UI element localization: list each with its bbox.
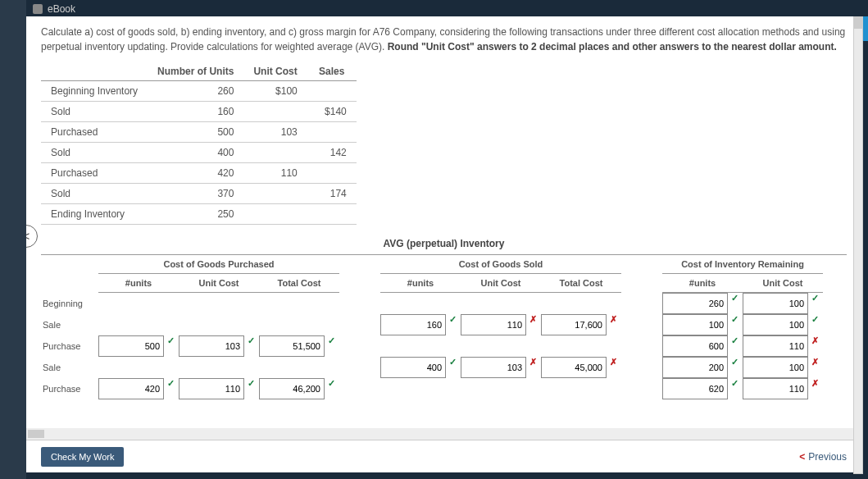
vertical-scrollbar[interactable] [853,16,863,474]
input-unitcost[interactable] [179,335,244,357]
footer-bar: Check My Work < Previous [26,440,861,472]
row-sale: Sale [41,357,98,378]
check-icon: ✓ [808,314,823,335]
col-sales: Sales [307,62,357,81]
check-icon: ✓ [728,335,743,357]
previous-button[interactable]: < Previous [799,451,847,463]
problem-text: Calculate a) cost of goods sold, b) endi… [41,25,847,54]
table-row: Beginning Inventory260$100 [41,81,357,102]
input-total[interactable] [541,357,607,378]
table-row: Sold400142 [41,143,357,163]
book-icon [33,4,43,14]
check-icon: ✓ [446,314,461,335]
chevron-left-icon: < [26,230,30,243]
x-icon: ✗ [526,314,541,335]
input-total[interactable] [259,378,325,399]
chevron-left-icon: < [799,451,805,463]
input-units[interactable] [662,378,728,399]
check-icon: ✓ [325,378,339,399]
group-sold: Cost of Goods Sold [380,255,621,274]
check-icon: ✓ [728,357,743,378]
group-purchased: Cost of Goods Purchased [98,255,339,274]
col-unitcost: Unit Cost [243,62,307,81]
check-icon: ✓ [728,378,743,399]
tab-label: eBook [48,3,75,15]
input-unitcost[interactable] [461,357,526,378]
avg-grid: Cost of Goods Purchased Cost of Goods So… [41,255,847,399]
input-total[interactable] [259,335,325,357]
avg-title: AVG (perpetual) Inventory [41,233,847,255]
table-row: Purchased500103 [41,122,357,143]
check-icon: ✓ [728,314,743,335]
x-icon: ✗ [607,314,621,335]
input-unitcost[interactable] [743,378,808,399]
col-units: Number of Units [148,62,243,81]
input-units[interactable] [380,314,446,335]
check-icon: ✓ [446,357,461,378]
input-units[interactable] [380,357,446,378]
table-row: Sold160$140 [41,102,357,122]
input-unitcost[interactable] [461,314,526,335]
check-icon: ✓ [325,335,339,357]
problem-bold: Round "Unit Cost" answers to 2 decimal p… [388,41,837,52]
input-units[interactable] [662,357,728,378]
check-icon: ✓ [164,335,179,357]
row-beginning: Beginning [41,293,98,314]
transactions-table: Number of Units Unit Cost Sales Beginnin… [41,62,357,225]
x-icon: ✗ [526,357,541,378]
x-icon: ✗ [607,357,621,378]
check-icon: ✓ [808,293,823,314]
x-icon: ✗ [808,335,823,357]
input-units[interactable] [662,314,728,335]
table-row: Sold370174 [41,184,357,204]
input-units[interactable] [662,335,728,357]
check-icon: ✓ [244,378,259,399]
input-unitcost[interactable] [743,293,808,314]
scroll-thumb[interactable] [854,17,862,29]
input-total[interactable] [541,314,607,335]
check-icon: ✓ [244,335,259,357]
horizontal-scrollbar[interactable] [26,428,861,440]
row-purchase: Purchase [41,335,98,357]
input-unitcost[interactable] [179,378,244,399]
check-icon: ✓ [164,378,179,399]
table-row: Purchased420110 [41,163,357,184]
input-unitcost[interactable] [743,357,808,378]
row-sale: Sale [41,314,98,335]
group-remaining: Cost of Inventory Remaining [662,255,823,274]
x-icon: ✗ [808,378,823,399]
input-units[interactable] [662,293,728,314]
ebook-tab[interactable]: eBook [26,0,82,18]
check-icon: ✓ [728,293,743,314]
input-units[interactable] [98,378,164,399]
content-area: Calculate a) cost of goods sold, b) endi… [26,16,861,472]
input-units[interactable] [98,335,164,357]
table-row: Ending Inventory250 [41,204,357,225]
input-unitcost[interactable] [743,335,808,357]
x-icon: ✗ [808,357,823,378]
row-purchase: Purchase [41,378,98,399]
prev-page-circle[interactable]: < [26,225,38,248]
check-work-button[interactable]: Check My Work [41,447,124,467]
left-sidebar [0,0,26,479]
input-unitcost[interactable] [743,314,808,335]
